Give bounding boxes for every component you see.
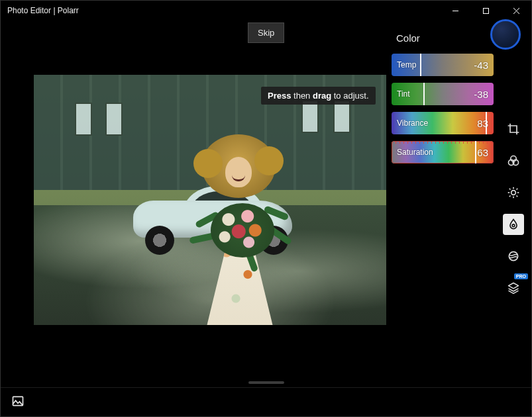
layers-tool[interactable]: PRO [503,277,524,299]
svg-point-7 [511,191,516,195]
tooltip-bold: Press [268,91,291,101]
slider-label: Tint [397,89,410,99]
svg-line-15 [517,189,518,190]
scene-window [333,100,350,133]
skip-button[interactable]: Skip [248,23,284,43]
crop-tool[interactable] [503,118,524,140]
slider-handle[interactable] [423,83,425,105]
liquid-tool[interactable] [503,214,524,235]
svg-line-12 [509,189,511,190]
layers-icon [507,281,520,295]
effects-icon [507,250,520,263]
slider-vibrance[interactable]: Vibrance 83 [392,112,494,134]
window-title: Photo Editor | Polarr [1,6,79,15]
preview-color-ring[interactable] [490,19,521,50]
slider-label: Saturation [397,148,433,157]
svg-line-13 [517,196,518,197]
right-toolbar: PRO [502,118,525,299]
maximize-button[interactable] [470,1,501,21]
slider-value: -38 [474,89,488,100]
scroll-indicator[interactable] [248,381,284,384]
titlebar: Photo Editor | Polarr [1,1,531,21]
slider-handle[interactable] [420,54,421,76]
svg-rect-1 [483,8,488,13]
light-icon [507,186,520,199]
svg-point-17 [509,252,517,260]
slider-label: Temp [397,60,416,70]
slider-value: -43 [474,60,488,71]
open-image-button[interactable] [11,394,25,410]
scene-window [105,103,123,136]
scene-person [196,134,282,320]
svg-line-14 [509,196,511,197]
svg-point-16 [512,224,515,227]
color-sliders: Temp -43 Tint -38 Vibrance 83 Saturation… [392,54,494,163]
pro-badge: PRO [514,273,528,279]
image-icon [11,394,25,408]
slider-value: 63 [477,147,488,158]
tooltip-text: to adjust. [331,91,368,101]
color-adjust-icon [507,154,520,167]
scene-window [75,103,92,136]
slider-tint[interactable]: Tint -38 [392,83,494,105]
window-controls [440,1,531,21]
tooltip-bold: drag [313,91,331,101]
close-button[interactable] [501,1,531,21]
slider-temp[interactable]: Temp -43 [392,54,494,76]
minimize-button[interactable] [440,1,470,21]
slider-label: Vibrance [397,118,428,128]
slider-handle[interactable] [475,141,476,163]
slider-saturation[interactable]: Saturation 63 [392,141,494,163]
tooltip-text: then [291,91,313,101]
photo-canvas[interactable] [34,75,386,325]
light-tool[interactable] [503,182,524,203]
crop-icon [507,122,520,136]
slider-ticks [392,142,494,144]
effects-tool[interactable] [503,246,524,267]
panel-header-color: Color [396,32,420,44]
tutorial-tooltip: Press then drag to adjust. [261,87,376,105]
bottom-bar [1,387,531,416]
liquid-icon [507,218,520,231]
scene-window [301,100,319,133]
slider-handle[interactable] [486,112,487,134]
color-adjust-tool[interactable] [503,150,524,171]
